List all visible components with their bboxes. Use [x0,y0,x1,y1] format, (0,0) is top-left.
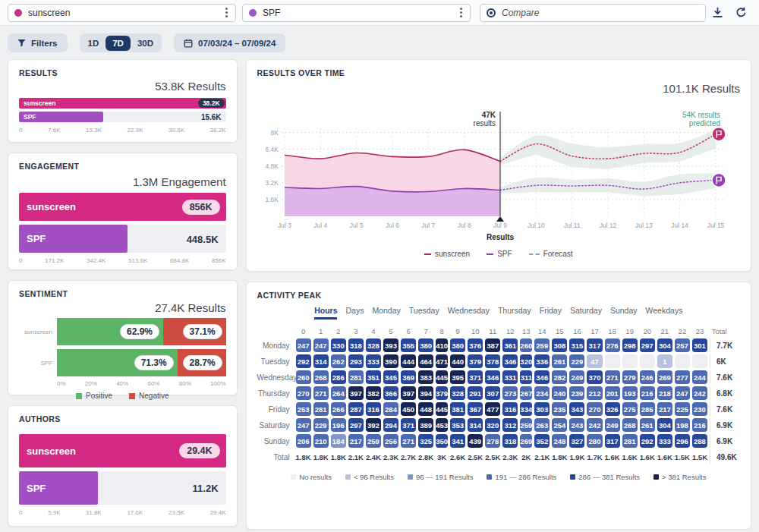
heatmap-cell[interactable]: 240 [552,386,567,400]
heatmap-cell[interactable]: 229 [313,418,329,432]
heatmap-cell[interactable]: 450 [401,402,416,416]
heatmap-cell[interactable]: 278 [485,434,500,448]
heatmap-cell[interactable]: 379 [468,354,483,368]
heatmap-cell[interactable]: 259 [520,418,532,432]
heatmap-cell[interactable]: 333 [657,434,672,448]
heatmap-cell[interactable]: 318 [502,434,518,448]
heatmap-cell[interactable]: 281 [622,434,638,448]
bar-sunscreen[interactable]: sunscreen 38.2K [19,98,226,109]
heatmap-cell[interactable]: 445 [436,370,448,384]
heatmap-cell[interactable]: 294 [383,418,398,432]
heatmap-cell[interactable]: 196 [331,418,346,432]
heatmap-cell[interactable]: 259 [366,434,381,448]
range-1d[interactable]: 1D [81,36,106,51]
heatmap-cell[interactable]: 308 [552,338,567,352]
heatmap-cell[interactable]: 193 [622,386,638,400]
heatmap-cell[interactable]: 390 [383,354,398,368]
bar-spf[interactable]: SPF 448.5K [19,225,226,253]
heatmap-cell[interactable]: 445 [436,402,448,416]
heatmap-cell[interactable]: 317 [587,338,602,352]
heatmap-cell[interactable]: 448 [418,402,433,416]
heatmap-cell[interactable]: 477 [485,402,500,416]
heatmap-cell[interactable]: 253 [296,402,311,416]
heatmap-cell[interactable]: 328 [366,338,381,352]
heatmap-cell[interactable]: 380 [418,338,433,352]
heatmap-cell[interactable]: 370 [587,370,602,384]
heatmap-cell[interactable]: 314 [313,354,329,368]
heatmap-cell[interactable]: 292 [640,434,655,448]
heatmap-cell[interactable]: 381 [450,402,465,416]
heatmap-cell[interactable]: 330 [331,338,346,352]
heatmap-cell[interactable]: 464 [418,354,433,368]
heatmap-cell[interactable]: 247 [296,418,311,432]
heatmap-cell[interactable]: 352 [534,434,550,448]
heatmap-cell[interactable]: 397 [348,386,364,400]
heatmap-cell[interactable]: 270 [296,386,311,400]
kebab-menu-icon[interactable] [458,6,464,19]
heatmap-cell[interactable]: 331 [502,370,518,384]
heatmap-cell[interactable]: 259 [534,338,550,352]
bar-sunscreen[interactable]: sunscreen 856K [19,193,226,221]
heatmap-cell[interactable]: 369 [401,370,416,384]
heatmap-cell[interactable]: 379 [436,386,448,400]
compare-input[interactable]: Compare [480,4,706,22]
heatmap-cell[interactable]: 239 [569,386,584,400]
heatmap-cell[interactable]: 271 [313,386,329,400]
heatmap-cell[interactable]: 397 [401,386,416,400]
heatmap-cell[interactable]: 254 [552,418,567,432]
heatmap-cell[interactable]: 288 [692,434,707,448]
heatmap-cell[interactable]: 271 [605,370,620,384]
heatmap-cell[interactable]: 263 [534,418,550,432]
heatmap-cell[interactable]: 234 [534,386,550,400]
range-7d[interactable]: 7D [106,36,131,51]
heatmap-cell[interactable]: 257 [675,338,690,352]
heatmap-cell[interactable]: 382 [366,386,381,400]
heatmap-cell[interactable]: 346 [485,370,500,384]
heatmap-cell[interactable]: 271 [401,434,416,448]
results-over-time-chart[interactable]: 1.6K3.2K4.8K6.4K8KJul 3Jul 4Jul 5Jul 6Ju… [257,95,728,245]
heatmap-cell[interactable]: 314 [468,418,483,432]
heatmap-cell[interactable]: 315 [569,338,584,352]
heatmap-cell[interactable]: 230 [692,402,707,416]
heatmap-cell[interactable]: 269 [657,370,672,384]
heatmap-cell[interactable]: 269 [520,434,532,448]
heatmap-cell[interactable] [622,354,638,368]
heatmap-cell[interactable]: 328 [450,386,465,400]
tab-thursday[interactable]: Thursday [498,306,531,320]
heatmap-cell[interactable]: 279 [622,370,638,384]
sentiment-bar-spf[interactable]: 71.3% 28.7% [57,349,226,376]
heatmap-cell[interactable] [675,354,690,368]
heatmap-cell[interactable]: 471 [436,354,448,368]
tab-tuesday[interactable]: Tuesday [409,306,439,320]
heatmap-cell[interactable]: 387 [485,338,500,352]
heatmap-cell[interactable]: 304 [657,418,672,432]
heatmap-cell[interactable] [605,354,620,368]
heatmap-cell[interactable]: 298 [622,338,638,352]
heatmap-cell[interactable]: 282 [552,370,567,384]
heatmap-cell[interactable]: 212 [587,386,602,400]
heatmap-cell[interactable]: 216 [692,418,707,432]
heatmap-cell[interactable]: 275 [622,402,638,416]
heatmap-cell[interactable]: 376 [468,338,483,352]
tab-weekdays[interactable]: Weekdays [646,306,683,320]
heatmap-cell[interactable]: 297 [640,338,655,352]
heatmap-cell[interactable]: 270 [587,402,602,416]
heatmap-cell[interactable]: 225 [675,402,690,416]
heatmap-cell[interactable]: 316 [502,402,518,416]
heatmap-cell[interactable]: 318 [348,338,364,352]
heatmap-cell[interactable]: 341 [450,434,465,448]
heatmap-cell[interactable]: 353 [450,418,465,432]
date-range-picker[interactable]: 07/03/24 – 07/09/24 [174,33,285,52]
heatmap-cell[interactable]: 303 [534,402,550,416]
heatmap-cell[interactable]: 244 [692,370,707,384]
heatmap-cell[interactable]: 286 [331,370,346,384]
heatmap-cell[interactable]: 217 [657,402,672,416]
heatmap-cell[interactable]: 327 [569,434,584,448]
heatmap-cell[interactable]: 343 [569,402,584,416]
heatmap-cell[interactable]: 243 [569,418,584,432]
heatmap-cell[interactable]: 304 [657,338,672,352]
heatmap-cell[interactable]: 334 [520,402,532,416]
heatmap-cell[interactable]: 346 [502,354,518,368]
heatmap-cell[interactable]: 287 [348,402,364,416]
heatmap-cell[interactable]: 378 [485,354,500,368]
